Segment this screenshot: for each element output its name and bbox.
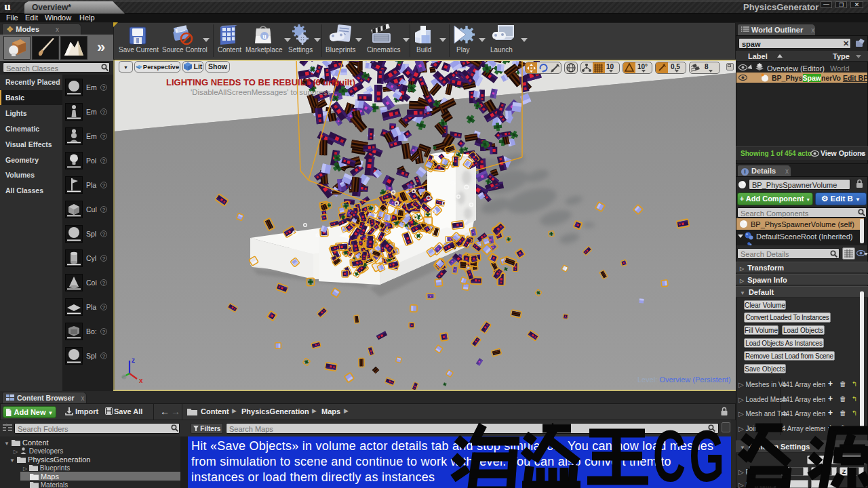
svg-text:x: x [139, 377, 143, 384]
svg-text:z: z [132, 357, 135, 364]
svg-text:u: u [262, 33, 267, 40]
